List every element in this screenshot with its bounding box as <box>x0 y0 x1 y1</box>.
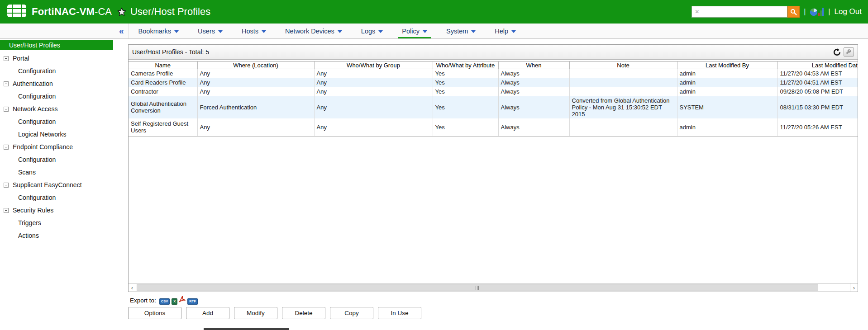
table-cell: Forced Authentication <box>197 96 314 118</box>
table-cell: Yes <box>433 118 498 137</box>
logout-link[interactable]: Log Out <box>835 7 862 16</box>
chevron-down-icon <box>423 30 427 33</box>
export-csv-icon[interactable]: CSV <box>159 298 170 305</box>
column-header-name[interactable]: Name <box>129 61 197 69</box>
scroll-left-icon[interactable]: ‹ <box>129 283 136 292</box>
column-header-when[interactable]: When <box>498 61 569 69</box>
sidebar-item-label: Logical Networks <box>18 131 67 138</box>
table-row[interactable]: Cameras ProfileAnyAnyYesAlwaysadmin11/27… <box>129 69 858 78</box>
menu-network-devices[interactable]: Network Devices <box>276 24 352 38</box>
export-rtf-badge: RTF <box>187 298 198 305</box>
collapse-minus-icon[interactable] <box>4 81 9 86</box>
collapse-minus-icon[interactable] <box>4 208 9 213</box>
brand-name: FortiNAC-VM <box>32 6 95 18</box>
table-cell: Yes <box>433 96 498 118</box>
panel-title: User/Host Profiles - Total: 5 <box>132 48 209 56</box>
table-viewport: NameWhere (Location)Who/What by GroupWho… <box>129 61 858 137</box>
sidebar-item-label: Configuration <box>18 67 56 75</box>
menu-policy[interactable]: Policy <box>392 24 437 38</box>
sidebar-item-supplicant-easyconnect[interactable]: Supplicant EasyConnect <box>0 179 128 191</box>
fortinet-logo-icon <box>7 5 26 19</box>
sidebar-item-label: Configuration <box>18 194 56 201</box>
menu-label: Bookmarks <box>138 28 172 35</box>
menu-logs[interactable]: Logs <box>352 24 392 38</box>
sidebar-item-configuration[interactable]: Configuration <box>0 115 128 128</box>
export-csv-badge: CSV <box>159 298 170 305</box>
menu-bookmarks[interactable]: Bookmarks <box>129 24 189 38</box>
table-cell: Cameras Profile <box>129 69 197 78</box>
menu-system[interactable]: System <box>437 24 485 38</box>
table-row[interactable]: Card Readers ProfileAnyAnyYesAlwaysadmin… <box>129 78 858 87</box>
column-header-who-what-by-group[interactable]: Who/What by Group <box>314 61 433 69</box>
search-input[interactable] <box>699 7 784 16</box>
column-header-who-what-by-attribute[interactable]: Who/What by Attribute <box>433 61 498 69</box>
modify-button[interactable]: Modify <box>234 307 277 319</box>
copy-button[interactable]: Copy <box>330 307 373 319</box>
sidebar-item-network-access[interactable]: Network Access <box>0 103 128 115</box>
in-use-button[interactable]: In Use <box>378 307 421 319</box>
delete-button[interactable]: Delete <box>282 307 325 319</box>
collapse-minus-icon[interactable] <box>4 56 9 61</box>
search-box[interactable]: ✕ <box>692 6 787 18</box>
table-cell: Contractor <box>129 87 197 96</box>
table-row[interactable]: ContractorAnyAnyYesAlwaysadmin09/28/20 0… <box>129 87 858 96</box>
sidebar-item-portal[interactable]: Portal <box>0 52 128 65</box>
refresh-icon[interactable] <box>832 47 842 57</box>
collapse-minus-icon[interactable] <box>4 107 9 112</box>
search-button[interactable] <box>787 6 800 18</box>
sidebar-item-scans[interactable]: Scans <box>0 166 128 179</box>
settings-wrench-icon[interactable] <box>844 47 854 57</box>
export-excel-icon[interactable]: X <box>172 298 177 305</box>
scrollbar-track[interactable] <box>136 283 850 292</box>
sidebar-item-label: Actions <box>18 232 39 239</box>
collapse-minus-icon[interactable] <box>4 183 9 188</box>
sidebar-item-security-rules[interactable]: Security Rules <box>0 204 128 217</box>
dashboard-charts-icon[interactable] <box>810 6 824 17</box>
column-header-note[interactable]: Note <box>569 61 677 69</box>
column-header-last-modified-date[interactable]: Last Modified Date <box>777 61 858 69</box>
menu-label: System <box>446 28 468 35</box>
sidebar-item-triggers[interactable]: Triggers <box>0 217 128 229</box>
column-header-where-location[interactable]: Where (Location) <box>197 61 314 69</box>
collapse-minus-icon[interactable] <box>4 145 9 150</box>
table-cell: Always <box>498 87 569 96</box>
table-cell: 08/31/15 03:30 PM EDT <box>777 96 858 118</box>
sidebar-item-label: Configuration <box>18 156 56 163</box>
profiles-panel: User/Host Profiles - Total: 5 NameWhere … <box>128 44 858 292</box>
sidebar-item-configuration[interactable]: Configuration <box>0 191 128 204</box>
sidebar-item-user-host-profiles[interactable]: User/Host Profiles <box>0 40 113 50</box>
bookmark-star-icon[interactable] <box>117 7 126 16</box>
sidebar-item-logical-networks[interactable]: Logical Networks <box>0 128 128 141</box>
table-row[interactable]: Self Registered Guest UsersAnyAnyYesAlwa… <box>129 118 858 137</box>
table-cell: 11/27/20 05:26 AM EST <box>777 118 858 137</box>
menu-users[interactable]: Users <box>188 24 232 38</box>
sidebar-item-configuration[interactable]: Configuration <box>0 65 128 77</box>
sidebar-item-label: Security Rules <box>13 207 53 214</box>
menu-hosts[interactable]: Hosts <box>232 24 276 38</box>
collapse-sidebar-icon[interactable]: « <box>114 24 129 38</box>
table-cell: Yes <box>433 69 498 78</box>
table-row[interactable]: Global Authentication ConversionForced A… <box>129 96 858 118</box>
export-rtf-icon[interactable]: RTF <box>187 298 198 305</box>
menu-help[interactable]: Help <box>485 24 525 38</box>
clear-search-icon[interactable]: ✕ <box>695 9 699 15</box>
add-button[interactable]: Add <box>186 307 229 319</box>
menu-label: Help <box>495 28 508 35</box>
table-cell <box>569 87 677 96</box>
sidebar-item-configuration[interactable]: Configuration <box>0 153 128 166</box>
sidebar-nav: User/Host ProfilesPortalConfigurationAut… <box>0 39 128 330</box>
separator: | <box>828 8 830 16</box>
export-pdf-icon[interactable] <box>179 296 186 302</box>
options-button[interactable]: Options <box>128 307 181 319</box>
sidebar-item-authentication[interactable]: Authentication <box>0 77 128 90</box>
sidebar-item-endpoint-compliance[interactable]: Endpoint Compliance <box>0 141 128 153</box>
horizontal-scrollbar[interactable]: ‹ › <box>129 283 858 292</box>
chevron-down-icon <box>471 30 476 33</box>
scrollbar-thumb[interactable] <box>137 284 818 291</box>
sidebar-item-actions[interactable]: Actions <box>0 229 128 242</box>
column-header-last-modified-by[interactable]: Last Modified By <box>677 61 777 69</box>
chevron-down-icon <box>262 30 266 33</box>
sidebar-item-configuration[interactable]: Configuration <box>0 90 128 103</box>
sidebar-item-label: Configuration <box>18 93 56 100</box>
scroll-right-icon[interactable]: › <box>850 283 858 292</box>
